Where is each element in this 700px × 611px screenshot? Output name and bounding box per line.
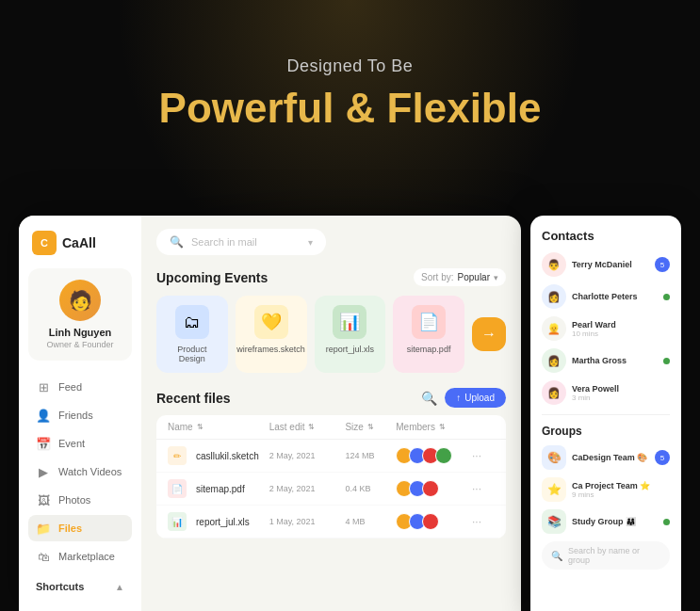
hero-subtitle-accent: To Be [367,56,414,75]
recent-files-title: Recent files [156,391,231,406]
avatar: 👨 [542,252,566,277]
table-row[interactable]: 📄 sitemap.pdf 2 May, 2021 0.4 KB ··· [156,473,506,506]
sidebar-item-files[interactable]: 📁 Files [28,515,132,541]
avatar: 👱 [542,316,566,341]
contact-item-vera[interactable]: 👩 Vera Powell 3 min [542,380,670,405]
contact-item-charlotte[interactable]: 👩 Charlotte Peters [542,284,670,309]
file-name: sitemap.pdf [196,484,245,494]
sort-button[interactable]: Sort by: Popular ▾ [414,268,506,286]
contact-badge: 5 [655,257,670,272]
table-header: Name ⇅ Last edit ⇅ Size ⇅ Members ⇅ [156,415,506,440]
wireframes-icon: 💛 [254,305,288,339]
file-size: 124 MB [345,451,374,460]
search-files-icon: 🔍 [421,391,437,406]
table-row[interactable]: ✏ casllukil.sketch 2 May, 2021 124 MB · [156,440,506,473]
event-card-product-design[interactable]: 🗂 Product Design [156,296,228,373]
event-card-wireframes[interactable]: 💛 wireframes.sketch [236,296,307,373]
search-input[interactable]: Search in mail [191,236,301,248]
events-row: 🗂 Product Design 💛 wireframes.sketch 📊 r… [156,296,506,373]
sidebar-item-event[interactable]: 📅 Event [28,430,132,457]
online-status-indicator [663,294,670,300]
contact-name: Charlotte Peters [572,292,658,301]
event-card-sitemap[interactable]: 📄 sitemap.pdf [393,296,464,373]
avatar: 👩 [542,348,566,373]
app-window: C CaAll 🧑 Linh Nguyen Owner & Founder ⊞ … [19,216,521,611]
col-header-name: Name ⇅ [168,422,269,432]
online-status-indicator [663,519,670,525]
avatar-name: Linh Nguyen [38,327,122,338]
group-name: Study Group 👨‍👩‍👧 [572,517,658,526]
col-sort-icon: ⇅ [197,423,203,431]
table-row[interactable]: 📊 report_jul.xls 1 May, 2021 4 MB ··· [156,506,506,539]
friends-icon: 👤 [36,408,51,423]
contact-name: Martha Gross [572,356,658,365]
file-date: 2 May, 2021 [269,484,316,493]
hero-section: Designed To Be Powerful & Flexible [0,0,700,131]
group-name: Ca Project Team ⭐ [572,481,670,490]
contacts-title: Contacts [542,229,670,243]
sidebar-item-photos[interactable]: 🖼 Photos [28,487,132,513]
contact-item-martha[interactable]: 👩 Martha Gross [542,348,670,373]
member-avatars [396,480,435,497]
contacts-search-bar[interactable]: 🔍 Search by name or group [542,541,670,570]
logo-icon: C [32,231,57,255]
contacts-search-icon: 🔍 [551,551,562,561]
logo-text: CaAll [62,235,96,250]
contact-name: Terry McDaniel [572,260,649,269]
file-size: 0.4 KB [345,484,370,493]
file-icon-pdf: 📄 [168,479,187,498]
hero-subtitle-plain: Designed [287,56,367,75]
contact-item-terry[interactable]: 👨 Terry McDaniel 5 [542,252,670,277]
sidebar-item-friends[interactable]: 👤 Friends [28,402,132,428]
avatar: 👩 [542,380,566,405]
group-avatar: ⭐ [542,477,566,502]
contacts-search-input[interactable]: Search by name or group [568,546,660,565]
shortcuts-label: Shortcuts [36,581,84,592]
search-bar[interactable]: 🔍 Search in mail ▾ [156,229,326,255]
hero-title: Powerful & Flexible [0,86,700,131]
search-files-button[interactable]: 🔍 [421,390,437,407]
avatar [422,513,439,530]
logo-area: C CaAll [28,231,96,255]
group-badge: 5 [655,450,670,465]
upload-icon: ↑ [456,393,461,403]
event-card-report[interactable]: 📊 report_jul.xls [315,296,386,373]
sort-label: Sort by: [421,272,453,282]
group-item-ca-project[interactable]: ⭐ Ca Project Team ⭐ 9 mins [542,477,670,502]
watch-videos-icon: ▶ [36,464,51,479]
avatar-role: Owner & Founder [38,340,122,349]
more-options-button[interactable]: ··· [472,482,481,495]
search-chevron-icon: ▾ [308,237,313,248]
contact-item-pearl[interactable]: 👱 Pearl Ward 10 mins [542,316,670,341]
contact-time: 3 min [572,394,670,402]
avatar [435,447,452,464]
sidebar-item-feed[interactable]: ⊞ Feed [28,374,132,400]
events-next-button[interactable]: → [472,317,506,351]
avatar-card: 🧑 Linh Nguyen Owner & Founder [28,268,132,361]
more-options-button[interactable]: ··· [472,449,481,462]
upload-button[interactable]: ↑ Upload [445,388,506,408]
event-card-label: sitemap.pdf [407,345,451,354]
sidebar-item-watch-videos[interactable]: ▶ Watch Videos [28,458,132,485]
avatar: 🧑 [59,280,101,321]
avatar [422,480,439,497]
sidebar-item-marketplace[interactable]: 🛍 Marketplace [28,543,132,570]
group-item-cadesign[interactable]: 🎨 CaDesign Team 🎨 5 [542,445,670,470]
report-icon: 📊 [333,305,366,339]
file-name: report_jul.xls [196,517,250,527]
sort-value: Popular [458,272,490,282]
marketplace-icon: 🛍 [36,549,51,564]
contact-name: Pearl Ward [572,320,670,330]
group-avatar: 📚 [542,509,566,534]
group-item-study[interactable]: 📚 Study Group 👨‍👩‍👧 [542,509,670,534]
event-icon: 📅 [36,436,51,451]
event-card-label: Product Design [166,345,219,363]
group-name: CaDesign Team 🎨 [572,453,649,462]
col-sort-icon: ⇅ [308,423,315,431]
groups-title: Groups [542,425,670,438]
shortcuts-section[interactable]: Shortcuts ▲ [28,575,132,598]
more-options-button[interactable]: ··· [472,515,481,528]
hero-subtitle: Designed To Be [0,56,700,76]
sidebar-item-label: Event [58,438,85,449]
sidebar-item-label: Watch Videos [58,466,122,477]
